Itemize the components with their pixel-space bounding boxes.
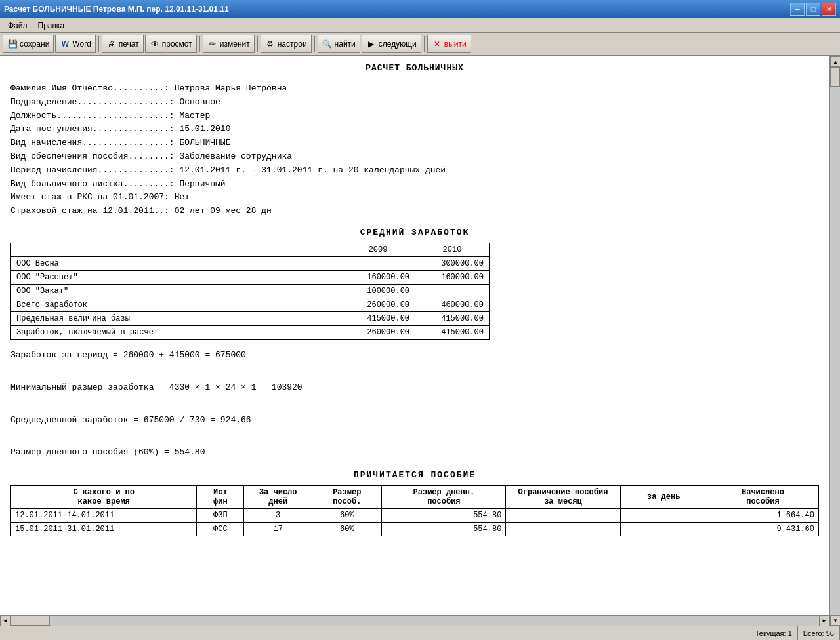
print-button[interactable]: 🖨 печат [102, 35, 144, 53]
col-header-2009: 2009 [341, 243, 415, 256]
preview-button[interactable]: 👁 просмот [145, 35, 197, 53]
settings-button[interactable]: ⚙ настрои [261, 35, 312, 53]
earnings-table: 2009 2010 ООО Весна 300000.00 ООО "Рассв… [10, 243, 490, 340]
next-button[interactable]: ▶ следующи [362, 35, 421, 53]
row-total-2009: 260000.00 [341, 298, 415, 311]
status-bar: Текущая: 1 Всего: 56 [0, 626, 840, 640]
save-button[interactable]: 💾 сохрани [3, 35, 54, 53]
total-label: Всего: [803, 630, 826, 637]
benefit-row-2: 15.01.2011-31.01.2011 ФСС 17 60% 554.80 … [11, 522, 819, 536]
col-limit-month: Ограничение пособияза месяц [506, 485, 620, 508]
word-button[interactable]: W Word [55, 35, 95, 53]
calc-space [10, 396, 819, 412]
status-current: Текущая: 1 [750, 626, 798, 640]
settings-icon: ⚙ [265, 39, 276, 49]
row-limit-2009: 415000.00 [341, 311, 415, 325]
benefit-size-2: 60% [312, 522, 382, 536]
info-dept: Подразделение..................: Основно… [10, 96, 819, 110]
menu-file[interactable]: Файл [3, 20, 33, 31]
window-controls: ─ □ ✕ [790, 3, 836, 16]
info-period: Период начисления..............: 12.01.2… [10, 164, 819, 178]
benefit-accrued-1: 1 664.40 [707, 508, 818, 522]
col-days: За числодней [244, 485, 312, 508]
calc-period: Заработок за период = 260000 + 415000 = … [10, 348, 819, 364]
print-icon: 🖨 [106, 39, 117, 49]
edit-icon: ✏ [207, 39, 218, 49]
scroll-left-button[interactable]: ◄ [0, 616, 10, 626]
settings-label: настрои [278, 39, 307, 49]
info-date: Дата поступления...............: 15.01.2… [10, 123, 819, 136]
main-area: РАСЧЕТ БОЛЬНИЧНЫХ Фамилия Имя Отчество..… [0, 56, 840, 626]
calc-min [10, 364, 819, 380]
minimize-button[interactable]: ─ [790, 3, 805, 16]
table-row: Заработок, включаемый в расчет 260000.00… [11, 325, 490, 339]
row-rassvet-2009: 160000.00 [341, 270, 415, 284]
save-icon: 💾 [7, 39, 18, 49]
scroll-thumb-vertical[interactable] [830, 67, 840, 87]
benefit-days-1: 3 [244, 508, 312, 522]
menu-edit[interactable]: Правка [33, 20, 70, 31]
info-block: Фамилия Имя Отчество..........: Петрова … [10, 82, 819, 218]
separator-5 [424, 36, 425, 52]
benefit-period-2: 15.01.2011-31.01.2011 [11, 522, 197, 536]
row-total-2010: 460000.00 [415, 298, 490, 311]
calc-space2 [10, 428, 819, 445]
table-row: Всего заработок 260000.00 460000.00 [11, 298, 490, 311]
row-total-label: Всего заработок [11, 298, 341, 311]
content-wrapper: РАСЧЕТ БОЛЬНИЧНЫХ Фамилия Имя Отчество..… [0, 56, 830, 626]
scroll-track-vertical[interactable] [830, 67, 840, 615]
scroll-down-button[interactable]: ▼ [830, 615, 840, 626]
word-label: Word [72, 39, 91, 49]
col-size: Размерпособ. [312, 485, 382, 508]
horizontal-scrollbar[interactable]: ◄ ► [0, 615, 830, 626]
separator-3 [257, 36, 258, 52]
benefit-daily-2: 554.80 [382, 522, 506, 536]
benefit-limit-day-2 [620, 522, 707, 536]
preview-icon: 👁 [150, 39, 160, 49]
scroll-up-button[interactable]: ▲ [830, 56, 840, 67]
scroll-track-horizontal[interactable] [10, 616, 819, 626]
save-label: сохрани [20, 39, 49, 49]
row-vesna-2009 [341, 256, 415, 270]
row-zakat-label: ООО "Закат" [11, 284, 341, 298]
window-title: Расчет БОЛЬНИЧНЫЕ Петрова М.П. пер. 12.0… [4, 5, 229, 14]
scroll-right-button[interactable]: ► [819, 616, 830, 626]
current-label: Текущая: [755, 630, 788, 637]
edit-button[interactable]: ✏ изменит [203, 35, 255, 53]
separator-4 [314, 36, 315, 52]
table-row: ООО "Закат" 100000.00 [11, 284, 490, 298]
col-limit-day: за день [620, 485, 707, 508]
benefit-accrued-2: 9 431.60 [707, 522, 818, 536]
status-total: Всего: 56 [798, 626, 840, 640]
row-zakat-2010 [415, 284, 490, 298]
exit-icon: ✕ [432, 39, 442, 49]
vertical-scrollbar[interactable]: ▲ ▼ [830, 56, 840, 626]
row-included-label: Заработок, включаемый в расчет [11, 325, 341, 339]
col-period: С какого и покакое время [11, 485, 197, 508]
benefit-limit-day-1 [620, 508, 707, 522]
row-vesna-label: ООО Весна [11, 256, 341, 270]
col-header-2010: 2010 [415, 243, 490, 256]
info-sick-type: Вид больничного листка.........: Первичн… [10, 178, 819, 191]
benefit-source-1: ФЗП [197, 508, 244, 522]
print-label: печат [119, 39, 139, 49]
benefit-source-2: ФСС [197, 522, 244, 536]
info-fio: Фамилия Имя Отчество..........: Петрова … [10, 82, 819, 96]
col-daily-size: Размер дневн.пособия [382, 485, 506, 508]
separator-2 [200, 36, 200, 52]
exit-label: выйти [444, 39, 467, 49]
benefit-size-1: 60% [312, 508, 382, 522]
find-button[interactable]: 🔍 найти [318, 35, 360, 53]
preview-label: просмот [162, 39, 192, 49]
benefits-table: С какого и покакое время Истфин За число… [10, 485, 819, 536]
calc-avg: Среднедневной заработок = 675000 / 730 =… [10, 412, 819, 429]
maximize-button[interactable]: □ [806, 3, 820, 16]
section-avg-earnings: СРЕДНИЙ ЗАРАБОТОК [10, 228, 819, 237]
calc-daily: Размер дневного пособия (60%) = 554.80 [10, 445, 819, 461]
scroll-thumb-horizontal[interactable] [10, 616, 50, 626]
next-icon: ▶ [366, 39, 377, 49]
exit-button[interactable]: ✕ выйти [427, 35, 471, 53]
word-icon: W [60, 39, 70, 49]
title-bar: Расчет БОЛЬНИЧНЫЕ Петрова М.П. пер. 12.0… [0, 0, 840, 18]
close-button[interactable]: ✕ [822, 3, 836, 16]
